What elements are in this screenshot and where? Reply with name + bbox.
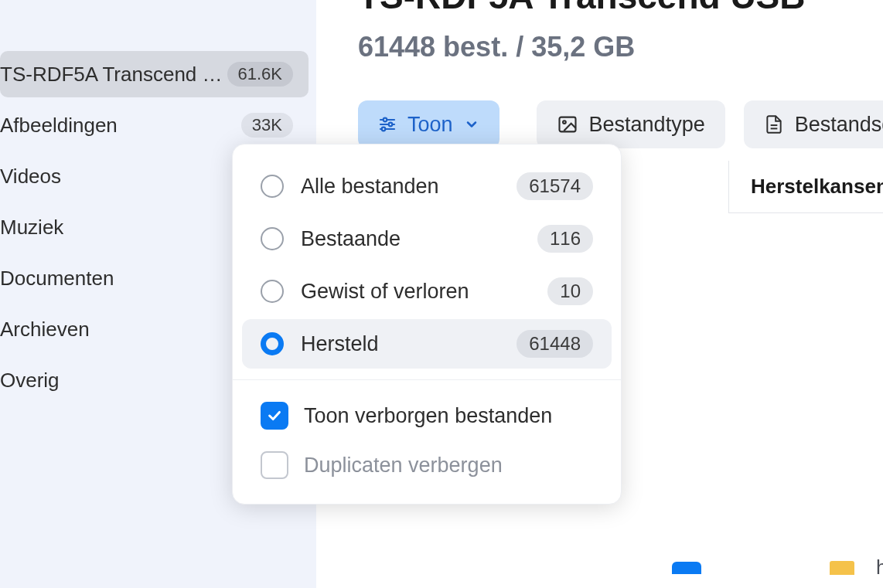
show-hidden-label: Toon verborgen bestanden (304, 404, 552, 428)
file-icon (764, 114, 784, 134)
filter-option-all-files[interactable]: Alle bestanden 61574 (242, 161, 612, 211)
sidebar-item-label: Afbeeldingen (0, 114, 118, 138)
show-hidden-checkbox-row[interactable]: Toon verborgen bestanden (233, 391, 621, 440)
show-filter-button[interactable]: Toon (358, 100, 499, 148)
sidebar-item-count: 33K (241, 113, 293, 138)
dropdown-separator (233, 379, 621, 380)
checkbox-icon[interactable] (672, 562, 701, 574)
sidebar-item-label: Muziek (0, 216, 63, 240)
filesize-filter-label: Bestandsgro (795, 113, 883, 137)
filter-option-count: 61448 (517, 330, 593, 358)
svg-point-3 (389, 123, 393, 127)
sidebar-item-label: TS-RDF5A Transcend U… (0, 63, 224, 87)
filter-option-label: Gewist of verloren (301, 280, 530, 304)
svg-point-7 (563, 121, 566, 124)
sidebar-item-device[interactable]: TS-RDF5A Transcend U… 61.6K (0, 51, 309, 97)
folder-icon (830, 561, 854, 575)
filter-option-deleted[interactable]: Gewist of verloren 10 (242, 267, 612, 316)
filter-option-count: 61574 (517, 172, 593, 200)
svg-rect-6 (559, 117, 575, 132)
show-filter-label: Toon (407, 113, 453, 137)
filter-option-existing[interactable]: Bestaande 116 (242, 214, 612, 263)
sidebar-item-images[interactable]: Afbeeldingen 33K (0, 102, 309, 148)
filetype-filter-button[interactable]: Bestandtype (537, 100, 725, 148)
sliders-icon (378, 115, 397, 134)
svg-point-5 (382, 127, 386, 131)
sidebar-item-label: Videos (0, 165, 61, 189)
table-row-label-fragment: hele (692) (876, 556, 883, 580)
svg-point-1 (384, 118, 387, 122)
sidebar-item-label: Overig (0, 369, 60, 393)
column-header-recovery[interactable]: Herstelkansen (728, 161, 883, 213)
chevron-down-icon (464, 117, 479, 132)
hide-duplicates-label: Duplicaten verbergen (304, 454, 503, 478)
radio-icon (261, 175, 284, 198)
filter-option-label: Hersteld (301, 332, 499, 356)
radio-icon (261, 280, 284, 303)
filter-option-label: Bestaande (301, 227, 520, 251)
filesize-filter-button[interactable]: Bestandsgro (744, 100, 883, 148)
checkbox-checked-icon (261, 402, 288, 430)
filter-option-count: 10 (547, 277, 593, 305)
checkbox-unchecked-icon (261, 451, 288, 479)
filter-option-recovered[interactable]: Hersteld 61448 (242, 319, 612, 369)
table-row-peek: hele (692) (672, 556, 883, 580)
page-subtitle: 61448 best. / 35,2 GB (358, 31, 883, 63)
show-filter-dropdown: Alle bestanden 61574 Bestaande 116 Gewis… (232, 144, 622, 505)
toolbar: Toon Bestandtype (358, 100, 883, 148)
hide-duplicates-checkbox-row[interactable]: Duplicaten verbergen (233, 440, 621, 490)
radio-selected-icon (261, 332, 284, 355)
filter-option-label: Alle bestanden (301, 175, 499, 199)
page-title: TS-RDF5A Transcend USB (358, 0, 883, 17)
filetype-filter-label: Bestandtype (589, 113, 705, 137)
sidebar-item-label: Documenten (0, 267, 114, 291)
sidebar-item-count: 61.6K (227, 62, 294, 87)
filter-option-count: 116 (537, 225, 593, 253)
radio-icon (261, 227, 284, 250)
image-icon (557, 114, 578, 135)
sidebar-item-label: Archieven (0, 318, 90, 342)
